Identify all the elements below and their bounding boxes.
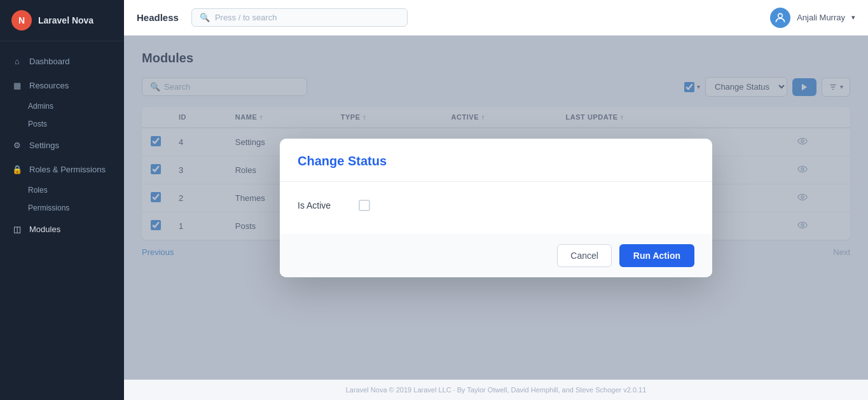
is-active-field: Is Active [298,200,694,211]
sidebar-item-modules[interactable]: ◫ Modules [0,217,124,241]
main-content: Headless 🔍 Press / to search Anjali Murr… [124,0,868,400]
change-status-modal: Change Status Is Active Cancel Run Actio… [280,139,712,277]
home-icon: ⌂ [11,55,23,67]
settings-icon: ⚙ [11,139,23,151]
sidebar-sub-label: Permissions [28,203,69,212]
page-footer: Laravel Nova © 2019 Laravel LLC · By Tay… [124,380,868,400]
sidebar-item-resources[interactable]: ▦ Resources [0,73,124,97]
search-placeholder-text: Press / to search [215,13,277,22]
sidebar-sub-label: Admins [28,102,53,111]
sidebar-sub-label: Posts [28,120,47,128]
sidebar: N Laravel Nova ⌂ Dashboard ▦ Resources A… [0,0,124,400]
sidebar-sub-item-admins[interactable]: Admins [0,97,124,115]
sidebar-item-label: Settings [29,141,59,150]
modal-title: Change Status [298,154,694,169]
sidebar-sub-label: Roles [28,186,48,195]
sidebar-sub-item-permissions[interactable]: Permissions [0,199,124,217]
footer-text: Laravel Nova © 2019 Laravel LLC · By Tay… [346,386,647,394]
topbar-right: Anjali Murray ▾ [770,8,855,28]
avatar [770,8,790,28]
sidebar-item-label: Dashboard [29,57,70,66]
sidebar-sub-item-roles[interactable]: Roles [0,181,124,199]
is-active-checkbox[interactable] [359,200,370,211]
run-action-button[interactable]: Run Action [619,244,694,267]
box-icon: ◫ [11,223,23,235]
sidebar-item-label: Roles & Permissions [29,165,106,174]
sidebar-logo: N Laravel Nova [0,0,124,41]
app-name: Laravel Nova [38,15,93,25]
grid-icon: ▦ [11,79,23,91]
search-icon: 🔍 [200,13,210,22]
content-area: Modules 🔍 Search ▾ Change Status [124,36,868,380]
sidebar-item-roles-permissions[interactable]: 🔒 Roles & Permissions [0,157,124,181]
sidebar-item-label: Resources [29,81,69,90]
sidebar-item-dashboard[interactable]: ⌂ Dashboard [0,49,124,73]
app-logo-icon: N [11,10,32,31]
modal-overlay: Change Status Is Active Cancel Run Actio… [124,36,868,380]
topbar-section-title: Headless [137,12,179,23]
svg-point-0 [778,13,783,18]
topbar: Headless 🔍 Press / to search Anjali Murr… [124,0,868,36]
sidebar-nav: ⌂ Dashboard ▦ Resources Admins Posts ⚙ S… [0,41,124,400]
modal-footer: Cancel Run Action [280,234,712,277]
cancel-button[interactable]: Cancel [557,244,612,267]
is-active-label: Is Active [298,200,348,210]
user-name: Anjali Murray [797,13,845,22]
sidebar-item-settings[interactable]: ⚙ Settings [0,133,124,157]
topbar-search[interactable]: 🔍 Press / to search [191,8,408,27]
lock-icon: 🔒 [11,163,23,175]
chevron-down-icon[interactable]: ▾ [851,13,855,22]
sidebar-item-label: Modules [29,224,60,234]
modal-header: Change Status [280,139,712,182]
modal-body: Is Active [280,182,712,234]
sidebar-sub-item-posts[interactable]: Posts [0,115,124,133]
